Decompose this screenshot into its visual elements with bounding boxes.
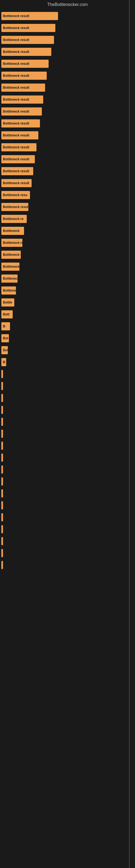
bar-label: B: [3, 324, 5, 328]
bar-row: Bottleneck: [0, 227, 135, 235]
result-bar: Bottleneck result: [1, 72, 47, 80]
result-bar: [1, 525, 3, 533]
bar-label: Bot: [3, 336, 8, 340]
bars-container: Bottleneck resultBottleneck resultBottle…: [0, 9, 135, 576]
bar-row: [0, 537, 135, 545]
result-bar: [1, 561, 3, 569]
vertical-line: [129, 0, 130, 868]
result-bar: [1, 418, 3, 426]
bar-label: Bottleneck result: [3, 98, 29, 101]
bar-row: [0, 501, 135, 509]
bar-row: Bottlenec: [0, 275, 135, 283]
result-bar: [1, 382, 3, 390]
bar-row: Bottle: [0, 299, 135, 307]
result-bar: Bottleneck result: [1, 179, 32, 187]
result-bar: [1, 489, 3, 497]
bar-row: Bottleneck result: [0, 48, 135, 56]
bar-row: Bottleneck result: [0, 12, 135, 20]
bar-row: [0, 442, 135, 450]
bar-row: [0, 525, 135, 533]
bar-label: Bottleneck result: [3, 74, 29, 78]
result-bar: Bottlenec: [1, 275, 17, 283]
bar-row: Bottleneck result: [0, 119, 135, 127]
bar-row: [0, 430, 135, 438]
result-bar: [1, 513, 3, 521]
bar-label: Bottleneck res: [3, 241, 22, 245]
result-bar: Bottleneck result: [1, 143, 37, 151]
bar-label: Bottleneck result: [3, 122, 29, 125]
result-bar: Bottleneck result: [1, 84, 45, 92]
bar-row: Bottleneck re: [0, 286, 135, 294]
result-bar: [1, 406, 3, 414]
bar-label: Bottleneck result: [3, 169, 29, 173]
result-bar: Bottleneck result: [1, 167, 33, 175]
bar-row: [0, 454, 135, 462]
result-bar: Bottlen: [1, 346, 8, 354]
bar-row: Bottleneck result: [0, 24, 135, 32]
result-bar: Bottleneck re: [1, 286, 16, 294]
bar-label: Bottlenec: [3, 277, 17, 280]
result-bar: [1, 549, 3, 557]
bar-row: Bottleneck result: [0, 36, 135, 44]
bar-row: Bottleneck result: [0, 155, 135, 163]
bar-label: Bottleneck result: [3, 86, 29, 90]
bar-label: Bottleneck re: [3, 217, 24, 221]
bar-row: Bottleneck res: [0, 239, 135, 247]
bar-label: B: [3, 360, 5, 364]
result-bar: Bottleneck result: [1, 95, 43, 104]
bar-label: Bott: [3, 312, 9, 316]
bar-label: Bottleneck result: [3, 38, 29, 42]
bar-row: [0, 394, 135, 402]
bar-row: [0, 406, 135, 414]
result-bar: Bottle: [1, 299, 14, 307]
result-bar: [1, 454, 3, 462]
bar-label: Bottleneck r: [3, 253, 21, 257]
bar-row: Bottleneck result: [0, 84, 135, 92]
bar-row: B: [0, 358, 135, 366]
bar-label: Bottleneck result: [3, 14, 29, 18]
result-bar: Bottleneck result: [1, 203, 28, 211]
bar-label: Bottleneck result: [3, 145, 29, 149]
bar-label: Bottle: [3, 301, 12, 304]
result-bar: Bot: [1, 334, 9, 342]
bar-row: Bottleneck result: [0, 203, 135, 211]
result-bar: [1, 394, 3, 402]
bar-label: Bottleneck re: [3, 289, 16, 292]
bar-row: Bottleneck result: [0, 131, 135, 140]
result-bar: Bottleneck result: [1, 107, 42, 116]
bar-row: [0, 561, 135, 569]
bar-label: Bottleneck result: [3, 157, 29, 161]
result-bar: [1, 477, 3, 486]
result-bar: Bottleneck result: [1, 36, 54, 44]
bar-row: Bottleneck result: [0, 179, 135, 187]
result-bar: [1, 501, 3, 509]
result-bar: Bottleneck r: [1, 251, 21, 259]
bar-label: Bottleneck resu: [3, 265, 19, 269]
bar-row: Bottleneck resu: [0, 262, 135, 271]
site-title: TheBottlenecker.com: [0, 0, 135, 9]
result-bar: Bott: [1, 310, 13, 318]
bar-label: Bottleneck result: [3, 205, 28, 209]
bar-row: Bot: [0, 334, 135, 342]
bar-row: Bottleneck resu: [0, 191, 135, 199]
result-bar: B: [1, 358, 6, 366]
bar-row: [0, 489, 135, 497]
result-bar: [1, 442, 3, 450]
bar-row: [0, 418, 135, 426]
bar-label: Bottleneck result: [3, 133, 29, 137]
result-bar: B: [1, 322, 10, 330]
result-bar: Bottleneck res: [1, 239, 22, 247]
result-bar: Bottleneck result: [1, 24, 55, 32]
result-bar: Bottleneck result: [1, 131, 38, 140]
bar-row: Bottleneck re: [0, 215, 135, 223]
bar-row: [0, 513, 135, 521]
bar-row: B: [0, 322, 135, 330]
bar-row: [0, 370, 135, 378]
bar-row: Bottleneck result: [0, 167, 135, 175]
result-bar: Bottleneck result: [1, 119, 40, 127]
bar-row: Bottleneck result: [0, 143, 135, 151]
bar-row: Bottleneck r: [0, 251, 135, 259]
result-bar: [1, 370, 3, 378]
result-bar: Bottleneck re: [1, 215, 27, 223]
bar-label: Bottleneck result: [3, 110, 29, 113]
